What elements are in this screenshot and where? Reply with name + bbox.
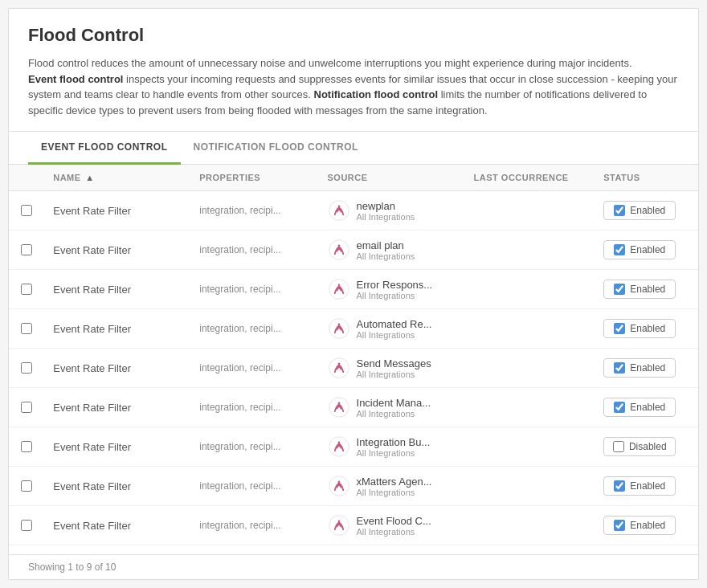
row-status: Enabled xyxy=(594,506,698,545)
svg-point-10 xyxy=(329,398,349,418)
tab-notification-flood-control[interactable]: NOTIFICATION FLOOD CONTROL xyxy=(181,132,371,165)
table-row: Event Rate Filterintegration, recipi... … xyxy=(9,388,698,427)
tab-event-flood-control[interactable]: EVENT FLOOD CONTROL xyxy=(28,132,181,165)
header-section: Flood Control Flood control reduces the … xyxy=(9,9,698,132)
th-status: STATUS xyxy=(594,165,698,191)
table-row: Event Rate Filterintegration, recipi... … xyxy=(9,467,698,506)
row-checkbox[interactable] xyxy=(21,244,32,255)
status-toggle[interactable] xyxy=(614,244,625,255)
status-toggle[interactable] xyxy=(613,441,624,452)
row-last-occurrence xyxy=(464,467,595,506)
row-checkbox-cell xyxy=(9,388,43,427)
row-checkbox-cell xyxy=(9,231,43,270)
row-source: Event Flood C...All Integrations xyxy=(318,506,464,545)
status-label: Enabled xyxy=(630,480,665,492)
table-row: Event Rate Filterintegration, recipi... … xyxy=(9,191,698,231)
row-checkbox[interactable] xyxy=(21,480,32,492)
status-badge[interactable]: Enabled xyxy=(603,476,676,496)
row-checkbox[interactable] xyxy=(21,402,32,413)
svg-point-8 xyxy=(329,358,349,378)
svg-point-7 xyxy=(337,323,340,325)
status-toggle[interactable] xyxy=(614,402,625,413)
status-toggle[interactable] xyxy=(614,323,625,334)
source-icon xyxy=(328,475,350,497)
svg-point-13 xyxy=(337,441,340,443)
row-properties: integration, recipi... xyxy=(190,191,317,231)
svg-point-11 xyxy=(337,402,340,404)
status-badge[interactable]: Enabled xyxy=(603,398,676,417)
row-properties: integration, recipi... xyxy=(190,231,317,270)
source-icon xyxy=(328,199,350,222)
source-name: email plan xyxy=(357,239,415,251)
row-checkbox[interactable] xyxy=(21,441,32,452)
status-badge[interactable]: Enabled xyxy=(603,358,676,378)
source-name: Integration Bu... xyxy=(357,436,431,448)
tabs-container: EVENT FLOOD CONTROL NOTIFICATION FLOOD C… xyxy=(9,132,698,165)
row-last-occurrence xyxy=(464,349,595,388)
svg-point-3 xyxy=(337,244,340,247)
source-icon xyxy=(328,514,350,537)
th-checkbox xyxy=(9,165,43,191)
source-sub: All Integrations xyxy=(357,448,431,458)
status-badge[interactable]: Enabled xyxy=(603,201,676,220)
status-toggle[interactable] xyxy=(614,480,625,492)
row-source: newplanAll Integrations xyxy=(318,191,464,231)
status-badge[interactable]: Disabled xyxy=(603,437,676,456)
status-badge[interactable]: Enabled xyxy=(603,280,676,299)
row-checkbox[interactable] xyxy=(21,323,32,334)
row-name: Event Rate Filter xyxy=(43,270,190,309)
row-checkbox-cell xyxy=(9,349,43,388)
row-last-occurrence xyxy=(464,309,595,349)
event-flood-control-bold: Event flood control xyxy=(28,73,123,85)
source-icon xyxy=(328,396,350,419)
row-properties: integration, recipi... xyxy=(190,467,317,506)
status-toggle[interactable] xyxy=(614,205,625,216)
row-last-occurrence xyxy=(464,231,595,270)
status-badge[interactable]: Enabled xyxy=(603,319,676,338)
svg-point-5 xyxy=(337,284,340,286)
row-status: Enabled xyxy=(594,309,698,349)
row-properties: integration, recipi... xyxy=(190,506,317,545)
row-checkbox[interactable] xyxy=(21,205,32,216)
th-last-occurrence: LAST OCCURRENCE xyxy=(464,165,595,191)
row-source: Error Respons...All Integrations xyxy=(318,270,464,309)
table-container[interactable]: NAME ▲ PROPERTIES SOURCE LAST OCCURRENCE… xyxy=(9,165,698,554)
row-source: xMatters Agen...All Integrations xyxy=(318,467,464,506)
row-last-occurrence xyxy=(464,506,595,545)
source-sub: All Integrations xyxy=(357,212,415,222)
table-row: Event Rate Filterintegration, recipi... … xyxy=(9,309,698,349)
source-icon xyxy=(328,317,350,340)
row-checkbox[interactable] xyxy=(21,362,32,374)
svg-point-16 xyxy=(329,516,349,536)
table-row: Event Rate Filterintegration, recipi... … xyxy=(9,349,698,388)
status-badge[interactable]: Enabled xyxy=(603,240,676,259)
status-toggle[interactable] xyxy=(614,362,625,374)
row-name: Event Rate Filter xyxy=(43,191,190,231)
status-toggle[interactable] xyxy=(614,520,625,531)
table-row: Event Rate Filterintegration, recipi... … xyxy=(9,427,698,467)
th-name[interactable]: NAME ▲ xyxy=(43,165,190,191)
row-last-occurrence xyxy=(464,270,595,309)
description-text-1: Flood control reduces the amount of unne… xyxy=(28,57,632,69)
status-label: Enabled xyxy=(630,205,665,216)
row-status: Enabled xyxy=(594,270,698,309)
source-name: xMatters Agen... xyxy=(357,476,432,488)
row-name: Event Rate Filter xyxy=(43,506,190,545)
source-name: Send Messages xyxy=(357,357,431,370)
row-checkbox[interactable] xyxy=(21,284,32,295)
row-source: email planAll Integrations xyxy=(318,231,464,270)
row-name: Event Rate Filter xyxy=(43,309,190,349)
row-properties: integration, recipi... xyxy=(190,388,317,427)
status-toggle[interactable] xyxy=(614,284,625,295)
status-badge[interactable]: Enabled xyxy=(603,516,676,535)
source-icon xyxy=(328,278,350,300)
source-sub: All Integrations xyxy=(357,488,432,497)
row-checkbox-cell xyxy=(9,467,43,506)
svg-point-9 xyxy=(337,362,340,365)
status-label: Enabled xyxy=(630,520,665,531)
row-properties: integration, recipi... xyxy=(190,349,317,388)
row-checkbox[interactable] xyxy=(21,520,32,531)
row-checkbox-cell xyxy=(9,309,43,349)
source-icon xyxy=(328,239,350,261)
table-row: Event Rate Filterintegration, recipi... … xyxy=(9,270,698,309)
